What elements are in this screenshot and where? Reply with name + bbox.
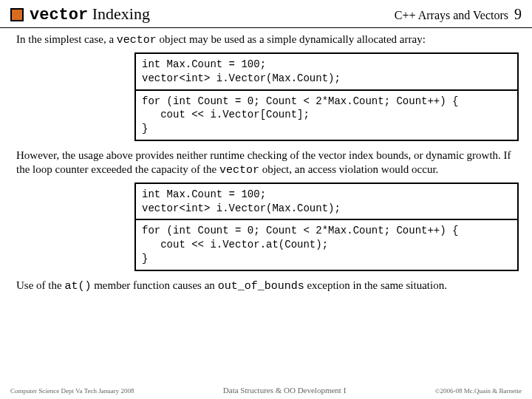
footer-right: ©2006-08 Mc.Quain & Barnette xyxy=(435,387,522,395)
inline-code: vector xyxy=(117,34,157,47)
slide-title: vector Indexing xyxy=(30,4,150,24)
code-segment: int Max.Count = 100; vector<int> i.Vecto… xyxy=(136,184,517,219)
code-block-1: int Max.Count = 100; vector<int> i.Vecto… xyxy=(134,52,519,141)
code-segment: for (int Count = 0; Count < 2*Max.Count;… xyxy=(136,89,517,140)
text: object may be used as a simple dynamical… xyxy=(157,33,426,45)
bullet-icon xyxy=(10,8,24,21)
inline-code: vector xyxy=(219,164,259,177)
footer-left: Computer Science Dept Va Tech January 20… xyxy=(10,387,134,395)
page-number: 9 xyxy=(514,6,522,23)
slide-footer: Computer Science Dept Va Tech January 20… xyxy=(0,386,532,395)
title-mono: vector xyxy=(30,6,88,24)
header-right: C++ Arrays and Vectors 9 xyxy=(395,6,522,23)
slide-content: In the simplest case, a vector object ma… xyxy=(0,33,532,294)
code-segment: int Max.Count = 100; vector<int> i.Vecto… xyxy=(136,54,517,89)
paragraph-1: In the simplest case, a vector object ma… xyxy=(16,33,516,48)
text: member function causes an xyxy=(91,279,217,291)
text: exception in the same situation. xyxy=(304,279,447,291)
inline-code: out_of_bounds xyxy=(218,280,304,293)
code-segment: for (int Count = 0; Count < 2*Max.Count;… xyxy=(136,219,517,270)
chapter-label: C++ Arrays and Vectors xyxy=(395,9,508,22)
paragraph-3: Use of the at() member function causes a… xyxy=(16,279,516,294)
paragraph-2: However, the usage above provides neithe… xyxy=(16,149,516,178)
inline-code: at() xyxy=(64,280,91,293)
footer-center: Data Structures & OO Development I xyxy=(223,386,346,395)
header-divider xyxy=(0,27,532,28)
code-block-2: int Max.Count = 100; vector<int> i.Vecto… xyxy=(134,183,519,271)
slide-header: vector Indexing C++ Arrays and Vectors 9 xyxy=(0,0,532,27)
title-group: vector Indexing xyxy=(10,4,150,24)
text: object, an access violation would occur. xyxy=(259,163,438,175)
title-rest: Indexing xyxy=(88,4,150,23)
text: In the simplest case, a xyxy=(16,33,117,45)
text: Use of the xyxy=(16,279,64,291)
